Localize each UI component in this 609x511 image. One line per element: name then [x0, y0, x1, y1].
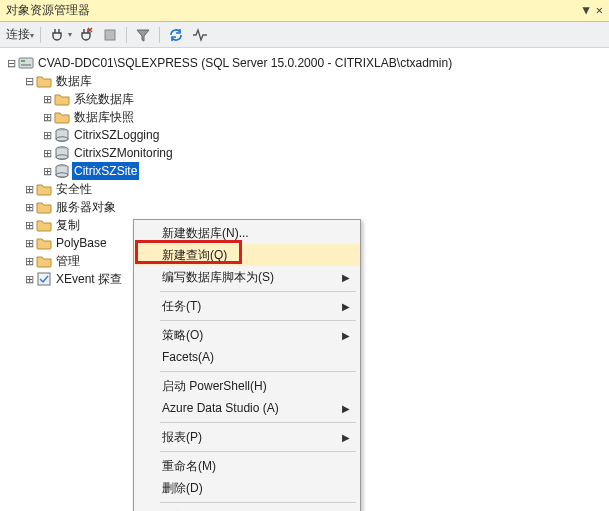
tree-label: CitrixSZMonitoring — [72, 144, 175, 162]
filter-icon[interactable] — [133, 25, 153, 45]
chevron-down-icon: ▾ — [68, 30, 72, 39]
tree-item[interactable]: ⊞安全性 — [4, 180, 607, 198]
folder-icon — [54, 91, 70, 107]
expander-icon[interactable]: ⊞ — [40, 162, 54, 180]
expander-icon[interactable]: ⊞ — [22, 270, 36, 288]
menu-item-label: 报表(P) — [162, 429, 202, 446]
xevent-icon — [36, 271, 52, 287]
chevron-right-icon: ▶ — [342, 301, 350, 312]
expander-icon[interactable]: ⊟ — [4, 54, 18, 72]
menu-item[interactable]: 编写数据库脚本为(S)▶ — [134, 266, 360, 288]
expander-icon[interactable]: ⊞ — [22, 216, 36, 234]
tree-label: 安全性 — [54, 180, 94, 198]
menu-item-label: Facets(A) — [162, 350, 214, 364]
server-icon — [18, 55, 34, 71]
expander-icon[interactable]: ⊞ — [22, 252, 36, 270]
folder-icon — [36, 181, 52, 197]
menu-separator — [160, 371, 356, 372]
menu-item[interactable]: 重命名(M) — [134, 455, 360, 477]
expander-icon[interactable]: ⊞ — [40, 108, 54, 126]
pin-icon[interactable]: ▼ — [583, 3, 590, 17]
menu-separator — [160, 320, 356, 321]
tree-label: XEvent 探查 — [54, 270, 124, 288]
stop-icon — [100, 25, 120, 45]
menu-item-label: 编写数据库脚本为(S) — [162, 269, 274, 286]
tree-label: 复制 — [54, 216, 82, 234]
tree-label: CitrixSZLogging — [72, 126, 161, 144]
tree-label: 服务器对象 — [54, 198, 118, 216]
expander-icon[interactable]: ⊞ — [22, 198, 36, 216]
menu-separator — [160, 502, 356, 503]
menu-item[interactable]: 启动 PowerShell(H) — [134, 375, 360, 397]
context-menu: 新建数据库(N)...新建查询(Q)编写数据库脚本为(S)▶任务(T)▶策略(O… — [133, 219, 361, 511]
menu-item[interactable]: Azure Data Studio (A)▶ — [134, 397, 360, 419]
folder-icon — [36, 253, 52, 269]
panel-titlebar: 对象资源管理器 ▼ ✕ — [0, 0, 609, 22]
menu-item[interactable]: 任务(T)▶ — [134, 295, 360, 317]
tree-server-node[interactable]: ⊟ CVAD-DDC01\SQLEXPRESS (SQL Server 15.0… — [4, 54, 607, 72]
activity-icon[interactable] — [190, 25, 210, 45]
refresh-icon[interactable] — [166, 25, 186, 45]
tree-label: 系统数据库 — [72, 90, 136, 108]
menu-item[interactable]: 新建数据库(N)... — [134, 222, 360, 244]
menu-item-label: 启动 PowerShell(H) — [162, 378, 267, 395]
menu-item[interactable]: 报表(P)▶ — [134, 426, 360, 448]
chevron-right-icon: ▶ — [342, 272, 350, 283]
menu-item-label: 任务(T) — [162, 298, 201, 315]
expander-icon[interactable]: ⊞ — [40, 126, 54, 144]
menu-separator — [160, 291, 356, 292]
folder-icon — [36, 73, 52, 89]
folder-icon — [36, 235, 52, 251]
expander-icon[interactable]: ⊞ — [22, 180, 36, 198]
toolbar: 连接 ▾ ▾ — [0, 22, 609, 48]
chevron-right-icon: ▶ — [342, 432, 350, 443]
panel-title: 对象资源管理器 — [6, 2, 90, 19]
database-icon — [54, 163, 70, 179]
menu-item[interactable]: 新建查询(Q) — [134, 244, 360, 266]
chevron-right-icon: ▶ — [342, 330, 350, 341]
database-icon — [54, 127, 70, 143]
folder-icon — [54, 109, 70, 125]
tree-label: 管理 — [54, 252, 82, 270]
menu-separator — [160, 422, 356, 423]
chevron-right-icon: ▶ — [342, 403, 350, 414]
menu-item-label: 删除(D) — [162, 480, 203, 497]
expander-icon[interactable]: ⊞ — [22, 234, 36, 252]
folder-icon — [36, 199, 52, 215]
tree-item[interactable]: ⊞CitrixSZSite — [4, 162, 607, 180]
tree-item[interactable]: ⊞系统数据库 — [4, 90, 607, 108]
menu-item-label: 新建查询(Q) — [162, 247, 227, 264]
tree-label: CitrixSZSite — [72, 162, 139, 180]
expander-icon[interactable]: ⊟ — [22, 72, 36, 90]
expander-icon[interactable]: ⊞ — [40, 144, 54, 162]
database-icon — [54, 145, 70, 161]
tree-item[interactable]: ⊞服务器对象 — [4, 198, 607, 216]
close-icon[interactable]: ✕ — [596, 3, 603, 17]
menu-item-label: Azure Data Studio (A) — [162, 401, 279, 415]
tree-item[interactable]: ⊞CitrixSZLogging — [4, 126, 607, 144]
menu-item-label: 重命名(M) — [162, 458, 216, 475]
menu-separator — [160, 451, 356, 452]
menu-item-label: 策略(O) — [162, 327, 203, 344]
menu-item[interactable]: Facets(A) — [134, 346, 360, 368]
tree-label: 数据库 — [54, 72, 94, 90]
tree-label: 数据库快照 — [72, 108, 136, 126]
connect-icon[interactable] — [47, 25, 67, 45]
folder-icon — [36, 217, 52, 233]
tree-databases-node[interactable]: ⊟ 数据库 — [4, 72, 607, 90]
tree-item[interactable]: ⊞数据库快照 — [4, 108, 607, 126]
connect-button[interactable]: 连接 ▾ — [6, 26, 34, 43]
menu-item[interactable]: 策略(O)▶ — [134, 324, 360, 346]
expander-icon[interactable]: ⊞ — [40, 90, 54, 108]
menu-item-label: 新建数据库(N)... — [162, 225, 249, 242]
tree-item[interactable]: ⊞CitrixSZMonitoring — [4, 144, 607, 162]
menu-item[interactable]: 刷新(F) — [134, 506, 360, 511]
disconnect-icon[interactable] — [76, 25, 96, 45]
menu-item[interactable]: 删除(D) — [134, 477, 360, 499]
tree-label: CVAD-DDC01\SQLEXPRESS (SQL Server 15.0.2… — [36, 54, 454, 72]
chevron-down-icon: ▾ — [30, 31, 34, 40]
tree-label: PolyBase — [54, 234, 109, 252]
